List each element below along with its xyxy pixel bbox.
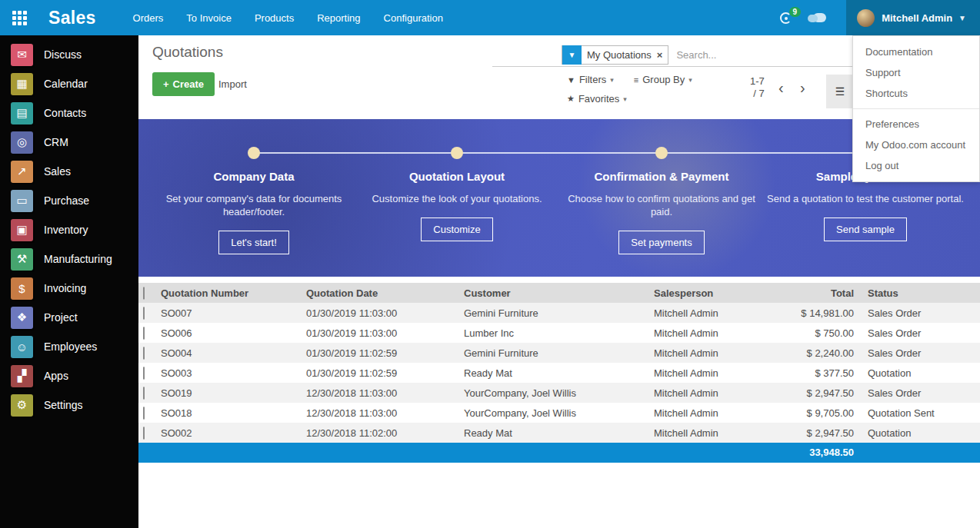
sidebar-item-invoicing[interactable]: $Invoicing [0, 274, 138, 303]
inventory-icon: ▣ [11, 219, 33, 241]
onboarding-step-confirmation-payment: Confirmation & Payment Choose how to con… [562, 170, 762, 254]
sidebar-item-contacts[interactable]: ▤Contacts [0, 98, 138, 128]
activities-icon[interactable]: 9 [780, 12, 792, 24]
row-checkbox[interactable] [143, 407, 145, 420]
list-view-icon: ☰ [835, 85, 845, 98]
discuss-icon: ✉ [11, 44, 33, 66]
sidebar-item-purchase[interactable]: ▭Purchase [0, 186, 138, 215]
manufacturing-icon: ⚒ [11, 248, 33, 271]
send-sample-button[interactable]: Send sample [824, 218, 907, 241]
menu-divider [853, 108, 979, 109]
row-checkbox[interactable] [143, 327, 145, 340]
table-row[interactable]: SO00212/30/2018 11:02:00Ready MatMitchel… [138, 423, 980, 443]
chevron-down-icon: ▾ [610, 76, 614, 84]
onboarding-step-company-data: Company Data Set your company's data for… [154, 170, 354, 254]
list-view-button[interactable]: ☰ [826, 75, 854, 108]
user-dropdown-menu: Documentation Support Shortcuts Preferen… [852, 35, 980, 182]
pager-previous-button[interactable]: ‹ [778, 79, 784, 97]
top-navbar: Sales Orders To Invoice Products Reporti… [0, 0, 980, 35]
row-checkbox[interactable] [143, 387, 145, 400]
user-menu-button[interactable]: Mitchell Admin ▼ [846, 0, 980, 35]
chevron-down-icon: ▼ [958, 14, 966, 22]
sidebar-item-manufacturing[interactable]: ⚒Manufacturing [0, 244, 138, 274]
contacts-icon: ▤ [11, 102, 33, 125]
calendar-icon: ▦ [11, 73, 33, 95]
row-checkbox[interactable] [143, 307, 145, 320]
customize-button[interactable]: Customize [421, 218, 492, 241]
table-row[interactable]: SO00401/30/2019 11:02:59Gemini Furniture… [138, 343, 980, 363]
progress-dot-3 [655, 147, 668, 159]
odoo-sales-screen: Sales Orders To Invoice Products Reporti… [0, 0, 980, 528]
grand-total-value: 33,948.50 [809, 443, 854, 463]
row-checkbox[interactable] [143, 367, 145, 380]
menu-documentation[interactable]: Documentation [853, 42, 979, 62]
select-all-checkbox[interactable] [143, 287, 145, 300]
table-row[interactable]: SO00301/30/2019 11:02:59Ready MatMitchel… [138, 363, 980, 383]
invoicing-icon: $ [11, 277, 33, 300]
menu-reporting[interactable]: Reporting [317, 12, 360, 24]
user-avatar [857, 9, 875, 27]
sidebar-item-crm[interactable]: ◎CRM [0, 128, 138, 157]
apps-sidebar: ✉Discuss ▦Calendar ▤Contacts ◎CRM ↗Sales… [0, 35, 138, 528]
top-menu: Orders To Invoice Products Reporting Con… [133, 12, 443, 24]
table-row[interactable]: SO00701/30/2019 11:03:00Gemini Furniture… [138, 303, 980, 323]
group-by-button[interactable]: ≡Group By▾ [634, 74, 692, 85]
menu-log-out[interactable]: Log out [853, 155, 979, 176]
filter-funnel-icon: ▼ [562, 45, 582, 65]
page-title: Quotations [152, 44, 223, 61]
activity-count-badge: 9 [789, 7, 802, 17]
menu-shortcuts[interactable]: Shortcuts [853, 83, 979, 104]
employees-icon: ☺ [11, 336, 33, 358]
purchase-icon: ▭ [11, 190, 33, 212]
settings-gear-icon: ⚙ [11, 394, 33, 417]
filter-chip-my-quotations[interactable]: ▼ My Quotations × [562, 45, 668, 65]
filter-toolbar: ▼Filters▾ ≡Group By▾ ★Favorites▾ [567, 74, 692, 105]
sidebar-item-project[interactable]: ❖Project [0, 303, 138, 332]
menu-to-invoice[interactable]: To Invoice [186, 12, 232, 24]
group-by-icon: ≡ [634, 75, 638, 85]
messages-icon[interactable] [813, 13, 826, 22]
search-input[interactable]: Search... [676, 49, 716, 61]
sidebar-item-settings[interactable]: ⚙Settings [0, 390, 138, 420]
favorites-button[interactable]: ★Favorites▾ [567, 93, 627, 105]
menu-odoo-account[interactable]: My Odoo.com account [853, 134, 979, 155]
menu-configuration[interactable]: Configuration [384, 12, 443, 24]
progress-dot-2 [451, 147, 463, 159]
menu-preferences[interactable]: Preferences [853, 114, 979, 134]
menu-support[interactable]: Support [853, 62, 979, 83]
sidebar-item-calendar[interactable]: ▦Calendar [0, 69, 138, 98]
topbar-right: 9 Mitchell Admin ▼ [780, 0, 980, 35]
onboarding-step-quotation-layout: Quotation Layout Customize the look of y… [357, 170, 557, 241]
apps-grid-icon[interactable] [12, 11, 27, 25]
sidebar-item-apps[interactable]: ▞Apps [0, 361, 138, 390]
table-footer-total: 33,948.50 [138, 443, 980, 463]
pager-next-button[interactable]: › [800, 79, 805, 97]
sidebar-item-discuss[interactable]: ✉Discuss [0, 40, 138, 69]
quotations-table: Quotation Number Quotation Date Customer… [138, 283, 980, 443]
chip-close-icon[interactable]: × [657, 49, 668, 61]
pager-counter: 1-7 / 7 [750, 75, 765, 100]
table-row[interactable]: SO01912/30/2018 11:03:00YourCompany, Joe… [138, 383, 980, 403]
table-row[interactable]: SO01812/30/2018 11:03:00YourCompany, Joe… [138, 403, 980, 423]
row-checkbox[interactable] [143, 427, 145, 440]
project-icon: ❖ [11, 307, 33, 329]
sidebar-item-employees[interactable]: ☺Employees [0, 332, 138, 361]
app-title[interactable]: Sales [48, 8, 96, 28]
filters-button[interactable]: ▼Filters▾ [567, 74, 614, 85]
create-button[interactable]: +Create [152, 72, 215, 96]
sidebar-item-sales[interactable]: ↗Sales [0, 157, 138, 186]
progress-dot-1 [248, 147, 260, 159]
set-payments-button[interactable]: Set payments [618, 231, 705, 254]
sidebar-item-inventory[interactable]: ▣Inventory [0, 215, 138, 244]
menu-orders[interactable]: Orders [133, 12, 164, 24]
user-name: Mitchell Admin [882, 12, 952, 24]
table-header-row: Quotation Number Quotation Date Customer… [138, 283, 980, 303]
import-button[interactable]: Import [215, 72, 250, 96]
table-row[interactable]: SO00601/30/2019 11:03:00Lumber IncMitche… [138, 323, 980, 343]
chevron-down-icon: ▾ [688, 76, 692, 84]
menu-products[interactable]: Products [255, 12, 294, 24]
apps-icon: ▞ [11, 365, 33, 387]
lets-start-button[interactable]: Let's start! [218, 231, 289, 254]
row-checkbox[interactable] [143, 347, 145, 360]
sales-icon: ↗ [11, 161, 33, 183]
